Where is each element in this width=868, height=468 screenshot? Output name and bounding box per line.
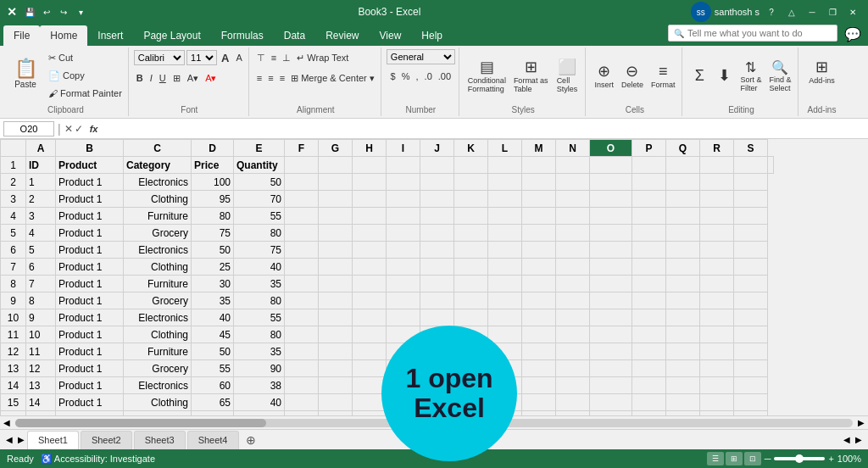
table-row[interactable]: Product 1 <box>56 276 124 292</box>
table-row[interactable]: 70 <box>192 411 234 416</box>
empty-cell[interactable] <box>454 360 488 377</box>
empty-cell[interactable] <box>522 242 556 259</box>
col-header-a[interactable]: A <box>26 140 56 157</box>
underline-button[interactable]: U <box>157 70 169 86</box>
empty-cell[interactable] <box>666 411 700 416</box>
row-number-2[interactable]: 2 <box>1 174 26 191</box>
tell-me-input[interactable] <box>687 28 832 38</box>
tab-insert[interactable]: Insert <box>87 25 133 46</box>
empty-cell[interactable] <box>387 276 420 292</box>
empty-cell[interactable] <box>666 276 700 292</box>
empty-cell[interactable] <box>522 326 556 343</box>
empty-cell[interactable] <box>700 394 734 411</box>
empty-cell[interactable] <box>420 309 454 326</box>
table-row[interactable]: Product 1 <box>56 326 124 343</box>
table-row[interactable]: 60 <box>192 377 234 394</box>
empty-cell[interactable] <box>387 208 420 225</box>
empty-cell[interactable] <box>454 276 488 292</box>
table-row[interactable]: Electronics <box>124 377 192 394</box>
empty-cell[interactable] <box>488 292 522 309</box>
empty-cell[interactable] <box>420 191 454 208</box>
format-button[interactable]: ≡ Format <box>648 53 679 98</box>
restore-button[interactable]: ❐ <box>824 3 841 20</box>
table-row[interactable]: 5 <box>26 242 56 259</box>
tab-formulas[interactable]: Formulas <box>211 25 274 46</box>
number-format-select[interactable]: General <box>387 49 455 64</box>
sheet-tab-sheet3[interactable]: Sheet3 <box>134 431 186 449</box>
sheet-tab-sheet2[interactable]: Sheet2 <box>81 431 132 449</box>
merge-center-button[interactable]: ⊞ Merge & Center ▾ <box>288 70 377 86</box>
copy-button[interactable]: 📄 Copy <box>46 67 125 84</box>
empty-cell[interactable] <box>353 259 387 276</box>
empty-cell[interactable] <box>700 174 734 191</box>
empty-header-cell-9[interactable] <box>590 157 632 174</box>
header-cell-quantity[interactable]: Quantity <box>234 157 285 174</box>
empty-cell[interactable] <box>632 326 666 343</box>
zoom-out-button[interactable]: ─ <box>765 454 771 464</box>
fill-color-button[interactable]: A▾ <box>185 70 201 86</box>
empty-cell[interactable] <box>522 225 556 242</box>
empty-header-cell-12[interactable] <box>700 157 734 174</box>
empty-cell[interactable] <box>522 411 556 416</box>
fill-button[interactable]: ⬇ <box>712 53 736 98</box>
empty-cell[interactable] <box>319 225 353 242</box>
table-row[interactable]: 4 <box>26 225 56 242</box>
empty-cell[interactable] <box>556 191 590 208</box>
empty-cell[interactable] <box>488 259 522 276</box>
empty-cell[interactable] <box>420 377 454 394</box>
empty-cell[interactable] <box>734 191 768 208</box>
empty-cell[interactable] <box>488 394 522 411</box>
empty-cell[interactable] <box>522 259 556 276</box>
user-avatar[interactable]: ss <box>691 2 711 22</box>
col-header-i[interactable]: I <box>387 140 420 157</box>
table-row[interactable]: Product 1 <box>56 259 124 276</box>
undo-qa-button[interactable]: ↩ <box>39 4 54 20</box>
col-header-h[interactable]: H <box>353 140 387 157</box>
row-number-4[interactable]: 4 <box>1 208 26 225</box>
empty-cell[interactable] <box>734 242 768 259</box>
empty-header-cell-8[interactable] <box>556 157 590 174</box>
empty-cell[interactable] <box>522 343 556 360</box>
col-header-j[interactable]: J <box>420 140 454 157</box>
empty-cell[interactable] <box>285 174 319 191</box>
empty-cell[interactable] <box>556 276 590 292</box>
empty-cell[interactable] <box>420 174 454 191</box>
empty-cell[interactable] <box>319 191 353 208</box>
empty-cell[interactable] <box>420 360 454 377</box>
empty-cell[interactable] <box>285 208 319 225</box>
empty-cell[interactable] <box>522 394 556 411</box>
normal-view-button[interactable]: ☰ <box>707 452 724 465</box>
empty-cell[interactable] <box>387 360 420 377</box>
table-row[interactable]: 14 <box>26 394 56 411</box>
empty-cell[interactable] <box>734 174 768 191</box>
empty-cell[interactable] <box>522 292 556 309</box>
table-row[interactable]: Electronics <box>124 174 192 191</box>
table-row[interactable]: Product 1 <box>56 191 124 208</box>
empty-cell[interactable] <box>734 292 768 309</box>
empty-cell[interactable] <box>319 377 353 394</box>
decrease-decimal-button[interactable]: .00 <box>436 68 453 85</box>
empty-header-cell-5[interactable] <box>454 157 488 174</box>
empty-cell[interactable] <box>700 225 734 242</box>
empty-cell[interactable] <box>632 259 666 276</box>
table-row[interactable]: Product 1 <box>56 174 124 191</box>
empty-header-cell-14[interactable] <box>768 157 774 174</box>
empty-cell[interactable] <box>420 343 454 360</box>
table-row[interactable]: Electronics <box>124 242 192 259</box>
empty-cell[interactable] <box>522 309 556 326</box>
empty-cell[interactable] <box>632 225 666 242</box>
empty-cell[interactable] <box>353 343 387 360</box>
empty-cell[interactable] <box>488 174 522 191</box>
table-row[interactable]: 2 <box>26 191 56 208</box>
empty-cell-o[interactable] <box>590 259 632 276</box>
scroll-right-button[interactable]: ▶ <box>854 418 868 427</box>
empty-cell[interactable] <box>522 208 556 225</box>
empty-cell[interactable] <box>319 242 353 259</box>
empty-cell[interactable] <box>734 326 768 343</box>
empty-cell[interactable] <box>319 292 353 309</box>
empty-cell[interactable] <box>353 225 387 242</box>
table-row[interactable]: 45 <box>192 326 234 343</box>
empty-cell[interactable] <box>488 242 522 259</box>
help-button[interactable]: ? <box>763 3 780 20</box>
empty-cell[interactable] <box>556 292 590 309</box>
